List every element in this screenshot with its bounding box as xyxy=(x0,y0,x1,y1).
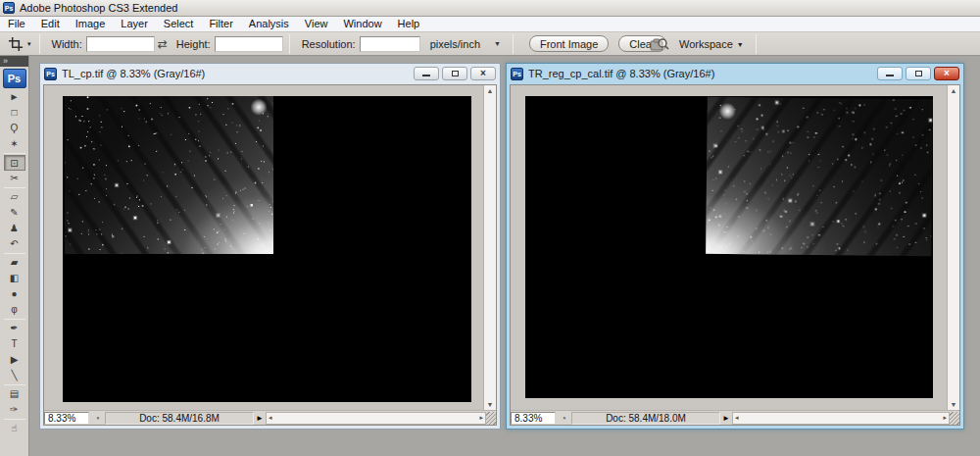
resize-grip[interactable] xyxy=(486,412,496,425)
history-brush-tool[interactable]: ↶ xyxy=(4,236,25,252)
scroll-up-icon[interactable]: ▲ xyxy=(487,85,494,96)
image-canvas[interactable] xyxy=(525,96,933,398)
tool-group-separator xyxy=(4,419,25,420)
minimize-button[interactable] xyxy=(877,67,903,80)
options-separator xyxy=(513,34,514,54)
blur-tool[interactable]: ● xyxy=(4,286,25,302)
minimize-button[interactable] xyxy=(414,67,439,80)
zoom-level-field[interactable]: 8.33% xyxy=(511,412,556,425)
scroll-down-icon[interactable]: ▼ xyxy=(951,399,957,410)
pen-tool[interactable]: ✒ xyxy=(4,321,25,336)
galaxy-image-tl[interactable] xyxy=(65,96,273,254)
eyedropper-tool[interactable]: ✑ xyxy=(4,402,25,418)
galaxy-image-tr[interactable] xyxy=(706,97,933,256)
tool-group-separator xyxy=(4,384,25,385)
menu-select[interactable]: Select xyxy=(156,17,202,32)
scroll-right-icon[interactable]: ▸ xyxy=(479,414,483,422)
crop-tool-preset-icon[interactable] xyxy=(8,36,24,52)
swap-dimensions-icon[interactable]: ⇄ xyxy=(158,37,168,51)
document-statusbar: 8.33% ◔ Doc: 58.4M/16.8M ► ◂ ▸ xyxy=(44,410,496,425)
gradient-tool[interactable]: ◧ xyxy=(4,271,25,286)
scroll-left-icon[interactable]: ◂ xyxy=(269,414,272,422)
vertical-scrollbar[interactable]: ▲ ▼ xyxy=(483,85,496,410)
magic-wand-tool[interactable]: ✶ xyxy=(4,136,25,152)
bridge-icon[interactable] xyxy=(650,37,669,51)
close-button[interactable]: × xyxy=(470,67,496,80)
image-canvas[interactable] xyxy=(63,96,471,402)
menu-bar: FileEditImageLayerSelectFilterAnalysisVi… xyxy=(0,17,980,32)
options-separator xyxy=(39,34,40,54)
menu-filter[interactable]: Filter xyxy=(201,17,240,32)
path-selection-tool[interactable]: ▶ xyxy=(4,352,25,368)
scroll-up-icon[interactable]: ▲ xyxy=(951,85,957,96)
ps-logo: Ps xyxy=(3,69,26,88)
horizontal-scrollbar[interactable]: ◂ ▸ xyxy=(266,412,486,425)
workspace-label[interactable]: Workspace xyxy=(679,38,733,50)
status-menu-arrow-icon[interactable]: ► xyxy=(720,414,732,423)
resize-grip[interactable] xyxy=(950,412,959,425)
zoom-level-field[interactable]: 8.33% xyxy=(44,412,89,425)
tiff-document-icon: Ps xyxy=(511,68,523,80)
resolution-input[interactable] xyxy=(360,36,420,52)
menu-file[interactable]: File xyxy=(0,17,33,32)
status-clock-icon[interactable]: ◔ xyxy=(89,413,105,424)
hand-tool[interactable]: ☝ xyxy=(4,421,25,436)
height-input[interactable] xyxy=(215,36,283,52)
crop-tool[interactable]: ⊡ xyxy=(4,155,25,171)
document-viewport: ▲ ▼ 8.33% ◔ Doc: 58.4M/16.8M ► ◂ ▸ xyxy=(43,84,497,426)
menu-layer[interactable]: Layer xyxy=(113,17,156,32)
options-bar: ▾ Width: ⇄ Height: Resolution: pixels/in… xyxy=(0,32,980,56)
scroll-right-icon[interactable]: ▸ xyxy=(943,414,947,422)
document-statusbar: 8.33% ◔ Doc: 58.4M/18.0M ► ◂ ▸ xyxy=(511,410,959,425)
tiff-document-icon: Ps xyxy=(44,68,57,80)
brush-tool[interactable]: ✎ xyxy=(4,205,25,221)
document-window-tl: Ps TL_cp.tif @ 8.33% (Gray/16#) × ▲ ▼ 8.… xyxy=(39,63,501,430)
menu-image[interactable]: Image xyxy=(68,17,114,32)
menu-window[interactable]: Window xyxy=(335,17,389,32)
width-input[interactable] xyxy=(86,36,155,52)
resolution-unit-dropdown[interactable]: pixels/inch ▼ xyxy=(424,37,507,51)
status-menu-arrow-icon[interactable]: ► xyxy=(254,414,266,423)
tools-column: ►□Ϙ✶⊡✂▱✎♟↶▰◧●φ✒T▶╲▤✑☝ xyxy=(0,89,28,436)
app-titlebar[interactable]: Ps Adobe Photoshop CS3 Extended xyxy=(0,0,980,17)
vertical-scrollbar[interactable]: ▲ ▼ xyxy=(947,85,959,410)
chevron-down-icon: ▼ xyxy=(494,40,501,47)
document-titlebar[interactable]: Ps TR_reg_cp_cal.tif @ 8.33% (Gray/16#) … xyxy=(507,64,963,83)
scroll-left-icon[interactable]: ◂ xyxy=(735,414,739,422)
doc-size-readout: Doc: 58.4M/18.0M xyxy=(571,412,720,425)
close-button[interactable]: × xyxy=(934,67,959,80)
tool-palette: » Ps ►□Ϙ✶⊡✂▱✎♟↶▰◧●φ✒T▶╲▤✑☝ xyxy=(0,56,29,456)
move-tool[interactable]: ► xyxy=(4,89,25,105)
document-title: TR_reg_cp_cal.tif @ 8.33% (Gray/16#) xyxy=(528,68,877,79)
lasso-tool[interactable]: Ϙ xyxy=(4,121,25,136)
type-tool[interactable]: T xyxy=(4,336,25,352)
dodge-tool[interactable]: φ xyxy=(4,302,25,318)
maximize-button[interactable] xyxy=(442,67,467,80)
menu-help[interactable]: Help xyxy=(390,17,428,32)
tool-group-separator xyxy=(4,253,25,254)
status-clock-icon[interactable]: ◔ xyxy=(556,413,571,424)
maximize-button[interactable] xyxy=(906,67,931,80)
document-viewport: ▲ ▼ 8.33% ◔ Doc: 58.4M/18.0M ► ◂ ▸ xyxy=(510,84,960,426)
document-window-tr: Ps TR_reg_cp_cal.tif @ 8.33% (Gray/16#) … xyxy=(506,63,964,430)
front-image-button[interactable]: Front Image xyxy=(529,35,609,52)
healing-brush-tool[interactable]: ▱ xyxy=(4,189,25,205)
scroll-down-icon[interactable]: ▼ xyxy=(487,399,494,410)
tool-group-separator xyxy=(4,319,25,320)
menu-view[interactable]: View xyxy=(297,17,336,32)
document-titlebar[interactable]: Ps TL_cp.tif @ 8.33% (Gray/16#) × xyxy=(40,64,500,83)
palette-collapse-header[interactable]: » xyxy=(0,56,28,67)
doc-size-readout: Doc: 58.4M/16.8M xyxy=(105,412,254,425)
horizontal-scrollbar[interactable]: ◂ ▸ xyxy=(732,412,950,425)
workspace-caret-icon[interactable]: ▼ xyxy=(737,41,744,48)
slice-tool[interactable]: ✂ xyxy=(4,171,25,186)
rectangular-marquee-tool[interactable]: □ xyxy=(4,105,25,121)
menu-analysis[interactable]: Analysis xyxy=(241,17,297,32)
tool-preset-caret-icon[interactable]: ▾ xyxy=(27,40,31,48)
menu-edit[interactable]: Edit xyxy=(33,17,68,32)
clone-stamp-tool[interactable]: ♟ xyxy=(4,221,25,236)
line-tool[interactable]: ╲ xyxy=(4,368,25,383)
notes-tool[interactable]: ▤ xyxy=(4,386,25,402)
resolution-unit-value: pixels/inch xyxy=(430,38,480,50)
eraser-tool[interactable]: ▰ xyxy=(4,255,25,271)
